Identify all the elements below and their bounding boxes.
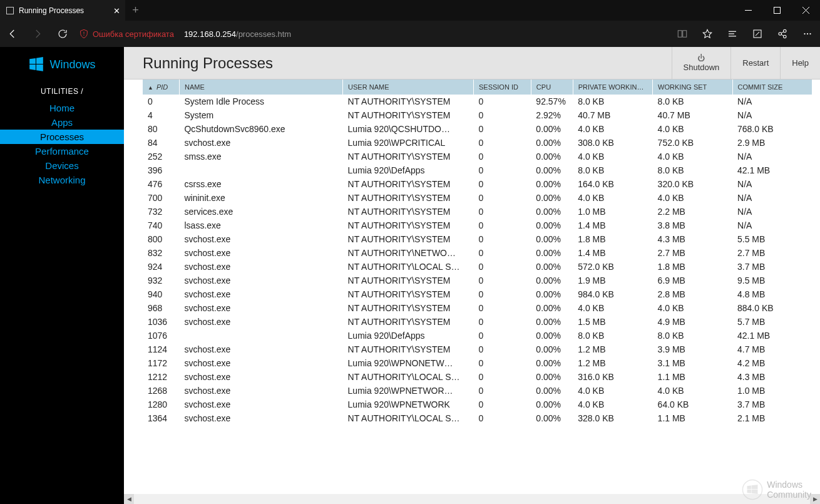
scroll-right-arrow[interactable]: ▶	[810, 494, 820, 504]
cell-cpu: 0.00%	[531, 163, 573, 177]
table-row[interactable]: 1172svchost.exeLumia 920\WPNONETW…00.00%…	[143, 356, 812, 370]
column-header[interactable]: COMMIT SIZE	[732, 80, 812, 95]
sidebar-item-devices[interactable]: Devices	[0, 158, 124, 173]
shutdown-button[interactable]: ⏻ Shutdown	[672, 47, 731, 80]
column-header[interactable]: CPU	[531, 80, 573, 95]
restart-button[interactable]: Restart	[730, 47, 780, 80]
table-row[interactable]: 252smss.exeNT AUTHORITY\SYSTEM00.00%4.0 …	[143, 150, 812, 163]
cell-user: Lumia 920\DefApps	[343, 329, 474, 342]
table-row[interactable]: 940svchost.exeNT AUTHORITY\SYSTEM00.00%9…	[143, 287, 812, 301]
scroll-left-arrow[interactable]: ◀	[124, 494, 134, 504]
svg-point-17	[809, 33, 811, 34]
favorite-button[interactable]	[695, 21, 720, 47]
window-minimize-button[interactable]	[734, 0, 762, 21]
cell-pid: 252	[143, 150, 179, 163]
cell-name: svchost.exe	[179, 411, 342, 425]
table-row[interactable]: 1364svchost.exeNT AUTHORITY\LOCAL S…00.0…	[143, 411, 812, 425]
table-row[interactable]: 968svchost.exeNT AUTHORITY\SYSTEM00.00%4…	[143, 301, 812, 315]
windows-icon	[28, 56, 44, 73]
sidebar-item-networking[interactable]: Networking	[0, 173, 124, 187]
new-tab-button[interactable]: +	[125, 0, 146, 21]
cell-user: NT AUTHORITY\SYSTEM	[343, 108, 474, 122]
table-row[interactable]: 832svchost.exeNT AUTHORITY\NETWO…00.00%1…	[143, 246, 812, 260]
cell-commit: N/A	[732, 219, 812, 232]
table-row[interactable]: 84svchost.exeLumia 920\WPCRITICAL00.00%3…	[143, 136, 812, 150]
table-row[interactable]: 1076Lumia 920\DefApps00.00%8.0 KB8.0 KB4…	[143, 329, 812, 342]
sidebar-item-apps[interactable]: Apps	[0, 115, 124, 130]
webnote-button[interactable]	[745, 21, 770, 47]
process-table-container[interactable]: ▲ PIDNAMEUSER NAMESESSION IDCPUPRIVATE W…	[124, 80, 820, 494]
table-row[interactable]: 800svchost.exeNT AUTHORITY\SYSTEM00.00%1…	[143, 232, 812, 246]
column-header[interactable]: USER NAME	[343, 80, 474, 95]
cell-priv: 1.0 MB	[573, 205, 652, 219]
cell-priv: 572.0 KB	[573, 260, 652, 274]
certificate-error-badge[interactable]: Ошибка сертификата	[75, 29, 179, 39]
table-row[interactable]: 1036svchost.exeNT AUTHORITY\SYSTEM00.00%…	[143, 315, 812, 329]
hub-button[interactable]	[720, 21, 745, 47]
nav-forward-button[interactable]	[25, 21, 50, 47]
nav-back-button[interactable]	[0, 21, 25, 47]
titlebar-spacer	[146, 0, 734, 21]
sidebar-item-performance[interactable]: Performance	[0, 144, 124, 158]
cell-commit: 42.1 MB	[732, 329, 812, 342]
table-row[interactable]: 740lsass.exeNT AUTHORITY\SYSTEM00.00%1.4…	[143, 219, 812, 232]
cell-sess: 0	[473, 122, 531, 136]
cell-sess: 0	[473, 398, 531, 411]
cell-pid: 1124	[143, 342, 179, 356]
column-header[interactable]: ▲ PID	[143, 80, 179, 95]
share-button[interactable]	[770, 21, 795, 47]
cell-priv: 4.0 KB	[573, 301, 652, 315]
table-row[interactable]: 1124svchost.exeNT AUTHORITY\SYSTEM00.00%…	[143, 342, 812, 356]
svg-line-14	[781, 34, 784, 36]
cell-name: svchost.exe	[179, 342, 342, 356]
more-button[interactable]	[795, 21, 820, 47]
cell-cpu: 0.00%	[531, 274, 573, 287]
nav-refresh-button[interactable]	[50, 21, 75, 47]
table-row[interactable]: 924svchost.exeNT AUTHORITY\LOCAL S…00.00…	[143, 260, 812, 274]
cell-sess: 0	[473, 274, 531, 287]
cell-cpu: 0.00%	[531, 150, 573, 163]
table-row[interactable]: 1280svchost.exeLumia 920\WPNETWORK00.00%…	[143, 398, 812, 411]
cell-ws: 8.0 KB	[653, 163, 732, 177]
cell-commit: 768.0 KB	[732, 122, 812, 136]
column-header[interactable]: SESSION ID	[473, 80, 531, 95]
table-row[interactable]: 932svchost.exeNT AUTHORITY\SYSTEM00.00%1…	[143, 274, 812, 287]
cell-ws: 4.0 KB	[653, 384, 732, 398]
cell-commit: 42.1 MB	[732, 163, 812, 177]
table-row[interactable]: 4SystemNT AUTHORITY\SYSTEM02.92%40.7 MB4…	[143, 108, 812, 122]
horizontal-scrollbar[interactable]: ◀ ▶	[124, 494, 820, 504]
cell-sess: 0	[473, 205, 531, 219]
table-row[interactable]: 80QcShutdownSvc8960.exeLumia 920\QCSHUTD…	[143, 122, 812, 136]
column-header[interactable]: WORKING SET	[653, 80, 732, 95]
table-row[interactable]: 1268svchost.exeLumia 920\WPNETWOR…00.00%…	[143, 384, 812, 398]
cell-ws: 3.1 MB	[653, 356, 732, 370]
column-header[interactable]: NAME	[179, 80, 342, 95]
page-header: Running Processes ⏻ Shutdown Restart Hel…	[124, 47, 820, 80]
cell-name: svchost.exe	[179, 246, 342, 260]
table-row[interactable]: 396Lumia 920\DefApps00.00%8.0 KB8.0 KB42…	[143, 163, 812, 177]
sidebar-item-home[interactable]: Home	[0, 101, 124, 115]
column-header[interactable]: PRIVATE WORKIN…	[573, 80, 652, 95]
window-maximize-button[interactable]	[762, 0, 791, 21]
browser-titlebar: Running Processes ✕ +	[0, 0, 820, 21]
table-row[interactable]: 476csrss.exeNT AUTHORITY\SYSTEM00.00%164…	[143, 177, 812, 191]
reading-view-button[interactable]	[670, 21, 695, 47]
sidebar-item-processes[interactable]: Processes	[0, 130, 124, 144]
cell-ws: 3.8 MB	[653, 219, 732, 232]
cell-cpu: 0.00%	[531, 205, 573, 219]
table-row[interactable]: 732services.exeNT AUTHORITY\SYSTEM00.00%…	[143, 205, 812, 219]
cell-user: NT AUTHORITY\LOCAL S…	[343, 411, 474, 425]
help-button[interactable]: Help	[780, 47, 820, 80]
browser-tab[interactable]: Running Processes ✕	[0, 0, 125, 21]
table-row[interactable]: 1212svchost.exeNT AUTHORITY\LOCAL S…00.0…	[143, 370, 812, 384]
table-row[interactable]: 700wininit.exeNT AUTHORITY\SYSTEM00.00%4…	[143, 191, 812, 205]
cell-priv: 1.2 MB	[573, 356, 652, 370]
cell-sess: 0	[473, 384, 531, 398]
cell-name: svchost.exe	[179, 398, 342, 411]
table-row[interactable]: 0System Idle ProcessNT AUTHORITY\SYSTEM0…	[143, 95, 812, 108]
url-display[interactable]: 192.168.0.254/processes.htm	[184, 29, 291, 39]
cell-pid: 832	[143, 246, 179, 260]
tab-close-icon[interactable]: ✕	[113, 6, 120, 15]
window-close-button[interactable]	[791, 0, 820, 21]
cell-ws: 4.3 MB	[653, 232, 732, 246]
